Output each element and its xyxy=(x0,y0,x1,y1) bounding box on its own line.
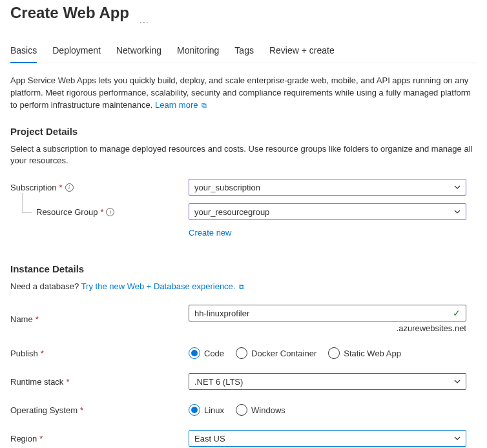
external-link-icon: ⧉ xyxy=(199,101,206,109)
info-icon[interactable]: i xyxy=(106,208,114,216)
resource-group-select[interactable]: your_resourcegroup xyxy=(189,203,466,220)
page-title: Create Web App xyxy=(10,4,129,22)
required-marker: * xyxy=(80,405,83,415)
create-new-link[interactable]: Create new xyxy=(189,228,231,238)
web-db-link[interactable]: Try the new Web + Database experience. ⧉ xyxy=(81,281,244,291)
publish-radio-docker[interactable]: Docker Container xyxy=(236,347,316,359)
runtime-select[interactable]: .NET 6 (LTS) xyxy=(189,373,466,390)
chevron-down-icon xyxy=(454,185,461,189)
chevron-down-icon xyxy=(454,380,461,383)
required-marker: * xyxy=(100,207,103,217)
tab-tags[interactable]: Tags xyxy=(234,40,254,63)
subscription-select[interactable]: your_subscription xyxy=(189,179,466,196)
subscription-label: Subscription xyxy=(10,183,57,192)
more-icon[interactable]: ··· xyxy=(140,17,149,27)
name-label: Name xyxy=(10,314,33,324)
os-radio-windows[interactable]: Windows xyxy=(236,404,285,416)
os-label: Operating System xyxy=(10,405,78,415)
tab-monitoring[interactable]: Monitoring xyxy=(177,40,219,63)
instance-details-heading: Instance Details xyxy=(10,263,477,274)
region-select[interactable]: East US xyxy=(189,430,466,447)
publish-label: Publish xyxy=(10,349,38,358)
db-prompt: Need a database? Try the new Web + Datab… xyxy=(10,281,477,293)
info-icon[interactable]: i xyxy=(65,183,74,192)
required-marker: * xyxy=(59,183,63,192)
tab-networking[interactable]: Networking xyxy=(116,40,161,63)
os-radio-group: Linux Windows xyxy=(189,404,466,416)
chevron-down-icon xyxy=(454,436,461,440)
name-input[interactable]: hh-linuxprofiler ✓ xyxy=(189,305,466,321)
resource-group-label: Resource Group xyxy=(36,207,98,217)
domain-suffix: .azurewebsites.net xyxy=(189,323,466,333)
tabs-bar: Basics Deployment Networking Monitoring … xyxy=(10,40,477,63)
learn-more-link[interactable]: Learn more ⧉ xyxy=(155,100,207,110)
publish-radio-static[interactable]: Static Web App xyxy=(328,347,401,359)
region-label: Region xyxy=(10,434,37,443)
required-marker: * xyxy=(39,434,43,443)
publish-radio-code[interactable]: Code xyxy=(189,347,224,359)
os-radio-linux[interactable]: Linux xyxy=(189,404,224,416)
project-details-desc: Select a subscription to manage deployed… xyxy=(10,143,477,168)
tab-deployment[interactable]: Deployment xyxy=(52,40,101,63)
check-icon: ✓ xyxy=(453,308,461,318)
publish-radio-group: Code Docker Container Static Web App xyxy=(189,347,466,359)
runtime-label: Runtime stack xyxy=(10,377,63,387)
required-marker: * xyxy=(66,377,69,387)
required-marker: * xyxy=(36,314,39,324)
intro-text: App Service Web Apps lets you quickly bu… xyxy=(10,75,477,112)
tab-basics[interactable]: Basics xyxy=(10,40,37,63)
required-marker: * xyxy=(41,349,44,358)
tab-review[interactable]: Review + create xyxy=(269,40,335,63)
external-link-icon: ⧉ xyxy=(236,283,244,290)
chevron-down-icon xyxy=(454,210,461,214)
project-details-heading: Project Details xyxy=(10,126,477,137)
